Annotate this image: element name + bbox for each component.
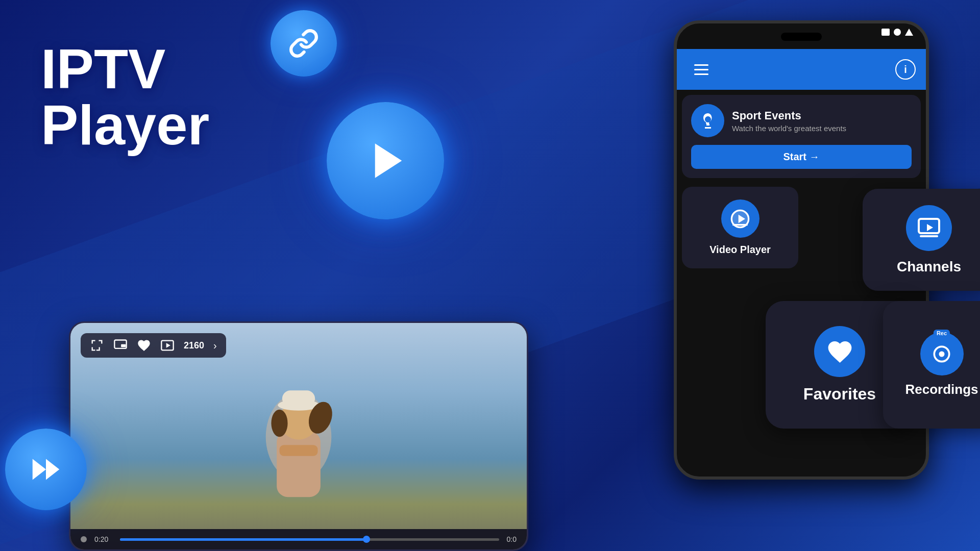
- channels-label: Channels: [897, 259, 961, 275]
- svg-marker-4: [166, 343, 170, 347]
- video-controls: 0:20 0:0: [70, 529, 527, 549]
- svg-rect-9: [282, 390, 315, 407]
- channels-card[interactable]: Channels: [863, 189, 980, 291]
- sport-events-card[interactable]: Sport Events Watch the world's greatest …: [682, 95, 921, 178]
- video-toolbar: 2160 ›: [81, 333, 226, 358]
- recordings-label: Recordings: [905, 382, 978, 397]
- video-player-icon-circle: [721, 199, 760, 238]
- person-silhouette: [227, 366, 370, 519]
- favorites-label: Favorites: [803, 385, 876, 404]
- video-player-card[interactable]: Video Player: [682, 187, 798, 268]
- svg-rect-2: [121, 344, 126, 347]
- record-icon[interactable]: [160, 338, 175, 353]
- svg-marker-0: [375, 143, 402, 178]
- play-circle-icon: [730, 209, 750, 229]
- info-button[interactable]: i: [895, 59, 916, 80]
- channels-icon: [917, 216, 941, 240]
- sport-title: Sport Events: [732, 109, 846, 122]
- svg-rect-10: [280, 445, 318, 456]
- sport-card-inner: Sport Events Watch the world's greatest …: [691, 104, 912, 137]
- video-player-label: Video Player: [709, 244, 771, 256]
- progress-thumb: [363, 536, 370, 543]
- resolution-badge: 2160: [184, 340, 204, 351]
- app-title-line1: IPTV: [41, 41, 209, 97]
- time-current: 0:20: [94, 535, 112, 543]
- play-button-big[interactable]: [327, 102, 444, 219]
- sport-subtitle: Watch the world's greatest events: [732, 124, 846, 133]
- progress-bar[interactable]: [120, 538, 499, 541]
- favorites-icon-circle: [814, 326, 865, 377]
- phone-status-bar: [881, 29, 913, 36]
- svg-marker-13: [33, 459, 46, 480]
- recordings-icon-circle: Rec: [920, 332, 964, 375]
- heart-icon[interactable]: [137, 338, 151, 353]
- sport-text-block: Sport Events Watch the world's greatest …: [732, 109, 846, 133]
- pip-icon[interactable]: [113, 338, 128, 353]
- app-title-line2: Player: [41, 97, 209, 153]
- svg-point-12: [271, 410, 287, 437]
- fast-forward-icon: [28, 452, 64, 487]
- hamburger-line-1: [694, 64, 708, 66]
- hamburger-line-2: [694, 69, 708, 70]
- svg-rect-18: [732, 224, 748, 226]
- svg-rect-6: [277, 432, 321, 497]
- svg-point-23: [939, 351, 945, 357]
- status-wifi-icon: [894, 29, 901, 36]
- link-icon: [288, 28, 319, 59]
- channels-icon-circle: [906, 205, 952, 251]
- play-icon-big: [365, 138, 411, 184]
- rec-badge: Rec: [934, 330, 950, 337]
- dot-indicator: [81, 536, 87, 542]
- fullscreen-icon[interactable]: [90, 338, 104, 353]
- hamburger-line-3: [694, 73, 708, 75]
- sport-icon-circle: [691, 104, 724, 137]
- time-end: 0:0: [507, 535, 517, 543]
- status-signal-icon: [905, 29, 913, 36]
- phone-notch: [781, 33, 822, 41]
- status-battery-icon: [881, 29, 890, 36]
- recordings-icon: [930, 343, 953, 365]
- fast-forward-button[interactable]: [5, 429, 87, 510]
- menu-button[interactable]: [687, 56, 715, 84]
- title-area: IPTV Player: [41, 41, 209, 153]
- svg-marker-14: [46, 459, 59, 480]
- trophy-icon: [699, 112, 717, 130]
- link-icon-circle[interactable]: [271, 10, 337, 77]
- start-button[interactable]: Start →: [691, 145, 912, 169]
- phone-header: i: [677, 49, 926, 90]
- app-title: IPTV Player: [41, 41, 209, 153]
- tablet-container: 2160 ›: [69, 321, 528, 551]
- progress-fill: [120, 538, 366, 541]
- heart-favorites-icon: [826, 338, 854, 366]
- svg-marker-20: [927, 224, 933, 231]
- more-arrow[interactable]: ›: [213, 340, 217, 352]
- recordings-card[interactable]: Rec Recordings: [883, 301, 980, 429]
- svg-rect-21: [920, 235, 938, 237]
